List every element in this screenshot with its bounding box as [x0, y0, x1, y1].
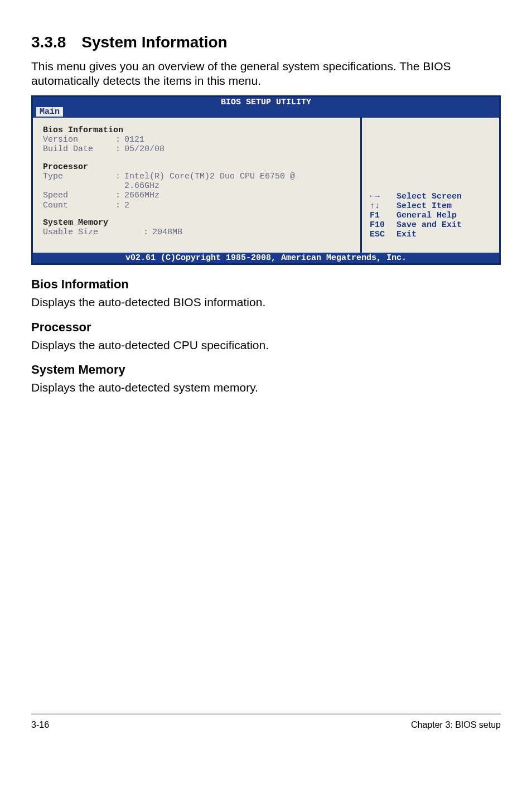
- bios-mem-size-row: Usable Size:2048MB: [43, 228, 350, 237]
- bios-build-label: Build Date: [43, 144, 115, 154]
- section-number: 3.3.8: [31, 33, 66, 51]
- bios-proc-count-value: 2: [124, 201, 129, 210]
- bios-proc-type-label: Type: [43, 172, 115, 181]
- bios-version-label: Version: [43, 135, 115, 144]
- bios-proc-speed-label: Speed: [43, 191, 115, 200]
- intro-paragraph: This menu gives you an overview of the g…: [31, 59, 501, 89]
- legend-f1-key: F1: [370, 211, 396, 220]
- processor-heading: Processor: [31, 320, 501, 335]
- bios-proc-speed-row: Speed:2666MHz: [43, 191, 350, 200]
- bios-processor-header: Processor: [43, 162, 350, 172]
- page-number: 3-16: [31, 720, 49, 730]
- legend-esc-text: Exit: [396, 230, 417, 239]
- bios-title: BIOS SETUP UTILITY: [33, 97, 499, 107]
- bios-proc-type-value1: Intel(R) Core(TM)2 Duo CPU E6750 @: [124, 172, 295, 181]
- bios-left-panel: Bios Information Version:0121 Build Date…: [33, 118, 362, 253]
- bios-info-heading: Bios Information: [31, 277, 501, 292]
- section-title-text: System Information: [81, 33, 227, 51]
- legend-select-item-text: Select Item: [396, 201, 452, 211]
- page-footer: 3-16 Chapter 3: BIOS setup: [31, 714, 501, 730]
- bios-proc-speed-value: 2666MHz: [124, 191, 159, 200]
- bios-mem-size-label: Usable Size: [43, 228, 143, 237]
- page-footer-chapter: Chapter 3: BIOS setup: [411, 720, 501, 730]
- legend-select-screen: ←→ Select Screen: [370, 192, 492, 201]
- bios-right-panel: ←→ Select Screen ↑↓ Select Item F1 Gener…: [362, 118, 499, 253]
- bios-tab-row: Main: [33, 107, 499, 118]
- bios-info-text: Displays the auto-detected BIOS informat…: [31, 295, 501, 310]
- bios-mem-size-value: 2048MB: [152, 228, 182, 237]
- legend-f1-text: General Help: [396, 211, 457, 220]
- bios-build-value: 05/20/08: [124, 144, 165, 154]
- legend-f10-key: F10: [370, 220, 396, 230]
- arrows-ud-icon: ↑↓: [370, 201, 396, 211]
- bios-proc-count-row: Count:2: [43, 201, 350, 210]
- bios-info-header: Bios Information: [43, 125, 350, 135]
- system-memory-text: Displays the auto-detected system memory…: [31, 380, 501, 395]
- bios-proc-count-label: Count: [43, 201, 115, 210]
- legend-f1: F1 General Help: [370, 211, 492, 220]
- legend-esc-key: ESC: [370, 230, 396, 239]
- bios-version-value: 0121: [124, 135, 144, 144]
- system-memory-heading: System Memory: [31, 363, 501, 377]
- bios-footer: v02.61 (C)Copyright 1985-2008, American …: [33, 253, 499, 263]
- bios-version-row: Version:0121: [43, 135, 350, 144]
- bios-proc-type-value2: 2.66GHz: [43, 181, 350, 191]
- bios-legend: ←→ Select Screen ↑↓ Select Item F1 Gener…: [370, 192, 492, 239]
- legend-select-screen-text: Select Screen: [396, 192, 462, 201]
- legend-select-item: ↑↓ Select Item: [370, 201, 492, 211]
- bios-memory-header: System Memory: [43, 218, 350, 228]
- bios-build-row: Build Date:05/20/08: [43, 144, 350, 154]
- arrows-lr-icon: ←→: [370, 192, 396, 201]
- processor-text: Displays the auto-detected CPU specifica…: [31, 338, 501, 352]
- bios-screen: BIOS SETUP UTILITY Main Bios Information…: [31, 95, 501, 265]
- section-heading: 3.3.8System Information: [31, 33, 501, 51]
- bios-tab-main[interactable]: Main: [36, 107, 63, 117]
- legend-esc: ESC Exit: [370, 230, 492, 239]
- legend-f10-text: Save and Exit: [396, 220, 462, 230]
- legend-f10: F10 Save and Exit: [370, 220, 492, 230]
- bios-proc-type-row: Type:Intel(R) Core(TM)2 Duo CPU E6750 @: [43, 172, 350, 181]
